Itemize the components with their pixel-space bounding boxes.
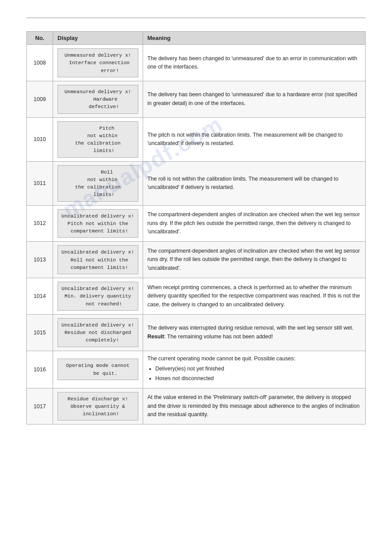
meaning-pre: The delivery was interrupted during resi… xyxy=(147,325,354,331)
row-number: 1008 xyxy=(27,45,53,81)
row-display: Pitch not within the calibration limits! xyxy=(53,117,143,161)
row-number: 1012 xyxy=(27,205,53,242)
row-display: Unmeasured delivery x! Hardware defectiv… xyxy=(53,81,143,117)
row-display: Residue discharge x! Observe quantity & … xyxy=(53,388,143,424)
display-box: Uncalibrated delivery x! Min. delivery q… xyxy=(58,282,138,311)
row-meaning: The delivery has been changed to 'unmeas… xyxy=(143,81,365,117)
row-meaning: When receipt printing commences, a check… xyxy=(143,278,365,315)
page: manualpdf.com No. Display Meaning 1008Un… xyxy=(0,0,392,555)
display-box: Operating mode cannot be quit. xyxy=(58,359,138,380)
row-meaning: The compartment-dependent angles of incl… xyxy=(143,242,365,278)
row-display: Roll not within the calibration limits! xyxy=(53,161,143,205)
table-row: 1010 Pitch not within the calibration li… xyxy=(27,117,366,161)
header-meaning: Meaning xyxy=(143,32,365,45)
table-row: 1013Uncalibrated delivery x! Roll not wi… xyxy=(27,242,366,278)
table-row: 1016Operating mode cannot be quit.The cu… xyxy=(27,351,366,388)
meaning-bold: Result xyxy=(147,334,164,340)
table-row: 1014Uncalibrated delivery x! Min. delive… xyxy=(27,278,366,315)
display-box: Unmeasured delivery x! Interface connect… xyxy=(58,48,138,77)
list-item: Delivery(ies) not yet finished xyxy=(155,365,361,373)
table-row: 1009Unmeasured delivery x! Hardware defe… xyxy=(27,81,366,117)
display-box: Uncalibrated delivery x! Pitch not withi… xyxy=(58,209,138,238)
row-number: 1016 xyxy=(27,351,53,388)
row-display: Operating mode cannot be quit. xyxy=(53,351,143,388)
row-meaning: At the value entered in the 'Preliminary… xyxy=(143,388,365,424)
row-display: Uncalibrated delivery x! Pitch not withi… xyxy=(53,205,143,242)
display-box: Residue discharge x! Observe quantity & … xyxy=(58,392,138,421)
display-box: Uncalibrated delivery x! Roll not within… xyxy=(58,245,138,274)
meaning-post: : The remaining volume has not been adde… xyxy=(164,334,273,340)
meaning-intro: The current operating mode cannot be qui… xyxy=(147,355,295,362)
row-meaning: The delivery was interrupted during resi… xyxy=(143,314,365,351)
row-display: Uncalibrated delivery x! Residue not dis… xyxy=(53,314,143,351)
row-meaning: The pitch is not within the calibration … xyxy=(143,117,365,161)
display-box: Unmeasured delivery x! Hardware defectiv… xyxy=(58,85,138,114)
row-number: 1013 xyxy=(27,242,53,278)
display-box: Roll not within the calibration limits! xyxy=(58,165,138,202)
row-number: 1011 xyxy=(27,161,53,205)
row-meaning: The compartment-dependent angles of incl… xyxy=(143,205,365,242)
row-display: Uncalibrated delivery x! Roll not within… xyxy=(53,242,143,278)
list-item: Hoses not disconnected xyxy=(155,374,361,383)
row-number: 1017 xyxy=(27,388,53,424)
header-no: No. xyxy=(27,32,53,45)
display-box: Pitch not within the calibration limits! xyxy=(58,121,138,158)
table-row: 1008Unmeasured delivery x! Interface con… xyxy=(27,45,366,81)
top-divider xyxy=(26,18,366,18)
table-row: 1012Uncalibrated delivery x! Pitch not w… xyxy=(27,205,366,242)
table-row: 1017Residue discharge x! Observe quantit… xyxy=(27,388,366,424)
row-display: Unmeasured delivery x! Interface connect… xyxy=(53,45,143,81)
row-meaning: The roll is not within the calibration l… xyxy=(143,161,365,205)
display-box: Uncalibrated delivery x! Residue not dis… xyxy=(58,318,138,347)
row-number: 1010 xyxy=(27,117,53,161)
table-row: 1015Uncalibrated delivery x! Residue not… xyxy=(27,314,366,351)
row-number: 1009 xyxy=(27,81,53,117)
table-row: 1011 Roll not within the calibration lim… xyxy=(27,161,366,205)
row-meaning: The current operating mode cannot be qui… xyxy=(143,351,365,388)
row-number: 1014 xyxy=(27,278,53,315)
header-display: Display xyxy=(53,32,143,45)
row-meaning: The delivery has been changed to 'unmeas… xyxy=(143,45,365,81)
row-number: 1015 xyxy=(27,314,53,351)
error-codes-table: No. Display Meaning 1008Unmeasured deliv… xyxy=(26,31,366,424)
row-display: Uncalibrated delivery x! Min. delivery q… xyxy=(53,278,143,315)
